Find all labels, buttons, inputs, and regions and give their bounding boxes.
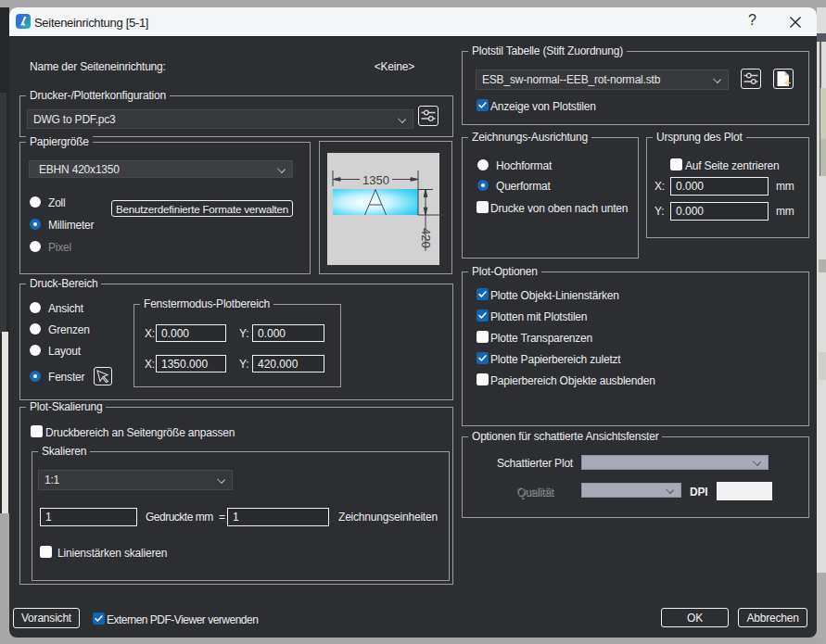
- svg-text:1350: 1350: [362, 173, 389, 187]
- svg-text:420: 420: [419, 228, 433, 248]
